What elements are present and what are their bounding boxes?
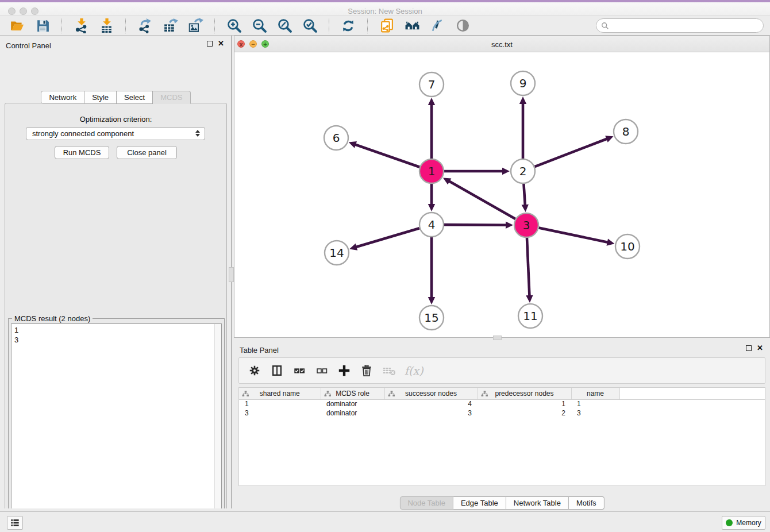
search-input[interactable] [612,21,756,30]
table-panel-header: Table Panel ✕ [234,340,770,358]
run-mcds-button[interactable]: Run MCDS [55,146,109,159]
graph-node-label-2: 2 [519,164,527,178]
network-canvas[interactable]: 7968124314101511 [234,52,769,337]
float-panel-icon[interactable] [207,41,213,47]
delete-table-icon[interactable] [380,362,398,379]
tab-motifs[interactable]: Motifs [569,496,605,510]
toolbar-separator [61,18,62,33]
export-image-icon[interactable] [187,18,203,34]
optimization-criterion-label: Optimization criterion: [5,115,226,124]
tab-network-table[interactable]: Network Table [506,496,569,510]
close-table-panel-icon[interactable]: ✕ [757,345,763,351]
network-window-titlebar[interactable]: x − + scc.txt [234,36,769,52]
network-view-window: x − + scc.txt 7968124314101511 [234,36,770,338]
import-table-icon[interactable] [98,18,114,34]
show-details-eye-icon[interactable] [455,18,471,34]
column-header-shared-name[interactable]: shared name [239,388,321,399]
toolbar-separator [214,18,215,33]
table-panel: Table Panel ✕ [234,340,770,511]
zoom-out-icon[interactable] [251,18,267,34]
tab-node-table[interactable]: Node Table [399,496,453,510]
network-graph: 7968124314101511 [234,52,769,337]
graph-node-label-6: 6 [333,131,340,145]
graph-node-label-15: 15 [424,311,438,325]
table-row[interactable]: 1dominator411 [239,399,765,408]
graph-edge-arrowhead [606,239,614,246]
search-icon [601,22,609,30]
task-history-button[interactable] [7,516,23,530]
export-table-icon[interactable] [162,18,178,34]
columns-icon[interactable] [268,362,286,379]
tab-style[interactable]: Style [84,91,117,104]
graph-edge-arrowhead [502,168,510,175]
window-title: Session: New Session [0,7,770,16]
mcds-result-group: MCDS result (2 nodes) 1 3 [8,318,225,532]
home-icon[interactable] [404,18,420,34]
zoom-fit-icon[interactable] [276,18,292,34]
application-window: Session: New Session [0,0,770,532]
table-row[interactable]: 3dominator323 [239,408,765,418]
column-header-predecessor-nodes[interactable]: predecessor nodes [478,388,571,399]
export-network-icon[interactable] [137,18,153,34]
node-table[interactable]: shared nameMCDS rolesuccessor nodesprede… [238,387,765,486]
select-all-icon[interactable] [291,362,308,379]
graph-edge-3-1[interactable] [449,181,515,219]
tab-mcds[interactable]: MCDS [153,91,190,104]
close-panel-icon[interactable]: ✕ [218,41,224,47]
horizontal-splitter-handle[interactable] [493,336,502,340]
duplicate-network-icon[interactable] [379,18,395,34]
close-panel-button[interactable]: Close panel [117,146,177,159]
function-builder-icon[interactable]: f(x) [405,364,424,377]
control-panel-tabs: Network Style Select MCDS [0,91,232,104]
graph-edge-3-10[interactable] [539,228,609,242]
node-table-header-row: shared nameMCDS rolesuccessor nodesprede… [239,388,765,399]
graph-node-label-11: 11 [523,309,537,323]
gear-icon[interactable] [246,362,263,379]
dropdown-stepper-icon [195,130,200,137]
graph-node-label-14: 14 [329,246,344,260]
table-panel-title: Table Panel [240,346,279,354]
control-panel-header: Control Panel ✕ [0,36,231,54]
zoom-selected-icon[interactable] [302,18,318,34]
search-box[interactable] [596,18,764,33]
graph-node-label-4: 4 [428,218,436,232]
graph-edge-1-6[interactable] [355,144,419,167]
graph-node-label-10: 10 [620,240,634,253]
toolbar-separator [367,18,368,33]
graph-edge-arrowhead [428,204,435,211]
column-header-name[interactable]: name [571,388,619,399]
graph-edge-4-14[interactable] [356,228,419,247]
graph-node-label-9: 9 [519,76,527,90]
graph-edge-arrowhead [349,141,357,148]
add-row-icon[interactable] [336,362,353,379]
open-session-icon[interactable] [9,18,25,34]
float-table-panel-icon[interactable] [746,345,752,351]
mcds-result-box[interactable]: 1 3 [11,323,222,532]
tab-network[interactable]: Network [41,91,84,104]
graph-edge-arrowhead [526,295,533,303]
control-panel-title: Control Panel [6,41,51,50]
memory-button[interactable]: Memory [722,516,765,530]
tab-select[interactable]: Select [117,91,153,104]
column-header-successor-nodes[interactable]: successor nodes [384,388,478,399]
zoom-in-icon[interactable] [226,18,242,34]
refresh-icon[interactable] [340,18,356,34]
delete-row-trash-icon[interactable] [358,362,375,379]
network-window-title: scc.txt [234,40,769,49]
result-scrollbar[interactable] [214,324,221,532]
graph-edge-arrowhead [349,244,357,250]
unselect-all-icon[interactable] [313,362,330,379]
column-header-MCDS-role[interactable]: MCDS role [321,388,384,399]
graph-edge-3-11[interactable] [527,238,530,296]
import-network-icon[interactable] [73,18,89,34]
graph-edge-2-3[interactable] [523,184,525,206]
hide-annotations-icon[interactable] [429,18,445,34]
graph-edge-2-8[interactable] [535,138,608,167]
column-header-filler [619,388,765,399]
graph-edge-4-3[interactable] [444,225,507,225]
vertical-splitter-handle[interactable] [229,267,234,282]
graph-node-label-7: 7 [428,78,436,91]
optimization-criterion-dropdown[interactable]: strongly connected component [26,127,205,140]
tab-edge-table[interactable]: Edge Table [453,496,506,510]
save-session-icon[interactable] [34,18,51,34]
